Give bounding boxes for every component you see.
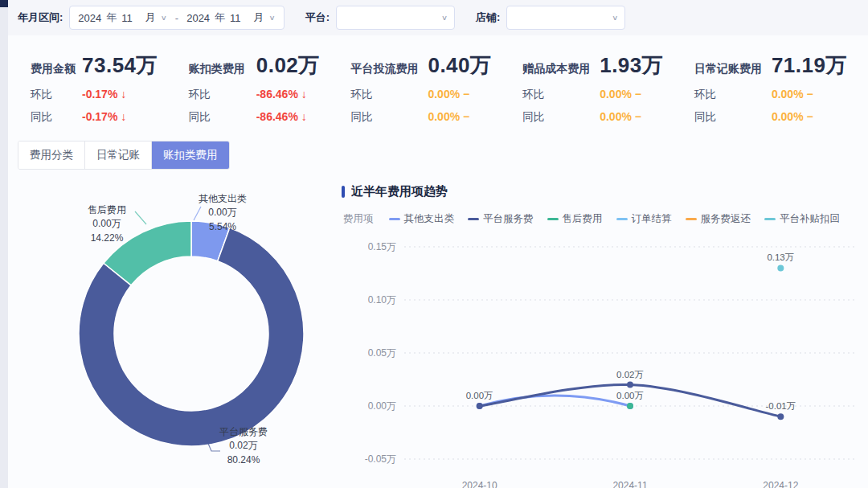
- tab-费用分类[interactable]: 费用分类: [18, 141, 85, 169]
- y-tick-label: 0.15万: [368, 241, 396, 252]
- filter-bar: 年月区间: 2024 年 11 月 ∨ - 2024 年 11 月 ∨ 平台: …: [8, 0, 868, 35]
- kpi-sub-row: 环比0.00% −: [350, 88, 491, 102]
- legend-dash-icon: [468, 218, 479, 220]
- kpi-sub-value: 0.00% −: [428, 88, 491, 100]
- tab-日常记账[interactable]: 日常记账: [85, 141, 152, 169]
- legend-item-平台服务费[interactable]: 平台服务费: [468, 212, 534, 226]
- kpi-sub-name: 同比: [350, 110, 428, 125]
- data-label: 0.13万: [767, 252, 794, 262]
- kpi-sub-name: 同比: [522, 110, 600, 125]
- legend-item-售后费用[interactable]: 售后费用: [547, 212, 603, 226]
- data-label: 0.00万: [616, 391, 644, 400]
- data-point-平台补贴扣回[interactable]: [777, 265, 784, 271]
- tab-账扣类费用[interactable]: 账扣类费用: [152, 141, 229, 169]
- legend-item-订单结算[interactable]: 订单结算: [616, 212, 672, 226]
- kpi-value: 0.40万: [428, 51, 491, 80]
- kpi-sub-value: 0.00% −: [428, 110, 491, 123]
- legend-item-平台补贴扣回[interactable]: 平台补贴扣回: [764, 212, 840, 226]
- start-month[interactable]: 11: [121, 12, 133, 24]
- legend-title: 费用项: [343, 212, 374, 226]
- dashboard-content: 年月区间: 2024 年 11 月 ∨ - 2024 年 11 月 ∨ 平台: …: [8, 0, 868, 488]
- kpi-sub-value: -0.17% ↓: [82, 110, 158, 123]
- data-label: 0.02万: [616, 370, 644, 379]
- title-marker: [342, 186, 345, 198]
- kpi-sub-row: 同比0.00% −: [522, 110, 663, 125]
- kpi-value: 71.19万: [772, 51, 847, 80]
- date-range-picker[interactable]: 2024 年 11 月 ∨ - 2024 年 11 月 ∨: [69, 6, 284, 30]
- legend-item-label: 售后费用: [563, 212, 603, 226]
- line-chart: 0.15万0.10万0.05万0.00万-0.05万2024-102024-11…: [342, 228, 868, 488]
- kpi-label: 费用金额: [31, 62, 82, 76]
- start-year[interactable]: 2024: [78, 12, 101, 24]
- chevron-down-icon: ∨: [441, 14, 448, 22]
- kpi-sub-name: 环比: [522, 88, 600, 102]
- kpi-sub-row: 环比0.00% −: [522, 88, 663, 102]
- kpi-row: 费用金额73.54万环比-0.17% ↓同比-0.17% ↓账扣类费用0.02万…: [8, 35, 868, 129]
- chevron-down-icon[interactable]: ∨: [161, 14, 167, 22]
- data-label: 0.00万: [466, 391, 493, 400]
- end-month-unit: 月: [254, 10, 264, 25]
- legend-item-label: 其他支出类: [404, 212, 455, 226]
- data-point-平台服务费[interactable]: [777, 413, 784, 420]
- corner-chip: [0, 0, 8, 7]
- kpi-sub-row: 环比-0.17% ↓: [31, 88, 158, 102]
- kpi-sub-value: 0.00% −: [772, 88, 847, 100]
- end-year-unit: 年: [215, 10, 225, 25]
- x-tick-label: 2024-12: [763, 480, 798, 488]
- trend-legend: 费用项 其他支出类平台服务费售后费用订单结算服务费返还平台补贴扣回: [343, 212, 868, 226]
- kpi-sub-name: 同比: [31, 110, 82, 125]
- kpi-head: 平台投流费用0.40万: [350, 51, 491, 80]
- donut-label-售后费用: 售后费用0.00万14.22%: [55, 203, 159, 245]
- kpi-sub-name: 同比: [189, 110, 256, 125]
- start-year-unit: 年: [106, 10, 117, 25]
- legend-item-服务费返还[interactable]: 服务费返还: [686, 212, 751, 226]
- platform-label: 平台:: [305, 10, 330, 25]
- kpi-card: 平台投流费用0.40万环比0.00% −同比0.00% −: [350, 51, 491, 125]
- kpi-sub-row: 同比-0.17% ↓: [31, 110, 158, 125]
- kpi-sub-name: 环比: [189, 88, 256, 102]
- kpi-card: 日常记账费用71.19万环比0.00% −同比0.00% −: [694, 51, 847, 125]
- y-tick-label: 0.05万: [368, 347, 396, 359]
- platform-select[interactable]: ∨: [336, 6, 455, 30]
- kpi-sub-row: 环比-86.46% ↓: [189, 88, 320, 102]
- chart-panels: 其他支出类0.00万5.54%平台服务费0.02万80.24%售后费用0.00万…: [8, 174, 868, 488]
- kpi-head: 日常记账费用71.19万: [694, 51, 847, 80]
- kpi-card: 赠品成本费用1.93万环比0.00% −同比0.00% −: [522, 51, 663, 125]
- data-point-平台服务费[interactable]: [627, 382, 633, 388]
- data-point-平台服务费[interactable]: [477, 403, 483, 409]
- legend-item-label: 订单结算: [632, 212, 672, 226]
- shop-select[interactable]: ∨: [506, 6, 625, 30]
- legend-item-label: 服务费返还: [701, 212, 751, 226]
- y-tick-label: 0.00万: [368, 400, 396, 412]
- kpi-card: 费用金额73.54万环比-0.17% ↓同比-0.17% ↓: [31, 51, 158, 125]
- donut-label-其他支出类: 其他支出类0.00万5.54%: [178, 192, 267, 234]
- kpi-sub-value: -0.17% ↓: [82, 88, 158, 100]
- chevron-down-icon[interactable]: ∨: [269, 14, 276, 22]
- legend-dash-icon: [389, 218, 400, 220]
- tab-bar: 费用分类日常记账账扣类费用: [18, 141, 230, 170]
- date-range-label: 年月区间:: [18, 10, 63, 25]
- kpi-value: 1.93万: [600, 51, 663, 80]
- end-year[interactable]: 2024: [186, 12, 210, 24]
- line-series-平台服务费: [480, 384, 781, 416]
- kpi-sub-value: 0.00% −: [600, 110, 663, 123]
- end-month[interactable]: 11: [230, 12, 241, 24]
- kpi-sub-row: 同比-86.46% ↓: [189, 110, 320, 125]
- kpi-label: 平台投流费用: [350, 62, 428, 76]
- kpi-sub-value: 0.00% −: [772, 110, 847, 123]
- kpi-sub-name: 环比: [31, 88, 82, 102]
- kpi-label: 赠品成本费用: [522, 62, 600, 76]
- legend-dash-icon: [616, 218, 628, 220]
- kpi-card: 账扣类费用0.02万环比-86.46% ↓同比-86.46% ↓: [189, 51, 320, 125]
- legend-item-其他支出类[interactable]: 其他支出类: [389, 212, 455, 226]
- kpi-sub-value: -86.46% ↓: [256, 110, 320, 123]
- kpi-sub-row: 环比0.00% −: [694, 88, 847, 102]
- data-label: -0.01万: [765, 401, 796, 411]
- kpi-label: 日常记账费用: [694, 62, 772, 76]
- x-tick-label: 2024-11: [612, 480, 647, 488]
- kpi-sub-row: 同比0.00% −: [350, 110, 491, 125]
- data-point-售后费用[interactable]: [627, 403, 633, 409]
- legend-item-label: 平台服务费: [483, 212, 534, 226]
- x-tick-label: 2024-10: [462, 480, 497, 488]
- kpi-head: 账扣类费用0.02万: [189, 51, 320, 80]
